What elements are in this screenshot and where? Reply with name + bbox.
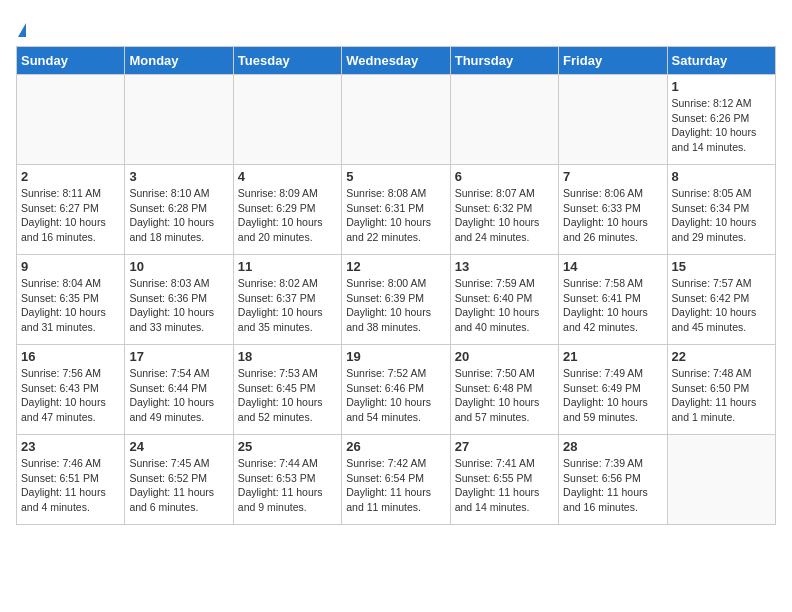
calendar-cell: 11Sunrise: 8:02 AM Sunset: 6:37 PM Dayli… [233,255,341,345]
calendar-cell [342,75,450,165]
day-number: 5 [346,169,445,184]
week-row-0: 1Sunrise: 8:12 AM Sunset: 6:26 PM Daylig… [17,75,776,165]
calendar-cell: 18Sunrise: 7:53 AM Sunset: 6:45 PM Dayli… [233,345,341,435]
calendar-cell: 8Sunrise: 8:05 AM Sunset: 6:34 PM Daylig… [667,165,775,255]
week-row-4: 23Sunrise: 7:46 AM Sunset: 6:51 PM Dayli… [17,435,776,525]
day-info: Sunrise: 7:49 AM Sunset: 6:49 PM Dayligh… [563,366,662,425]
day-info: Sunrise: 7:53 AM Sunset: 6:45 PM Dayligh… [238,366,337,425]
calendar-cell: 9Sunrise: 8:04 AM Sunset: 6:35 PM Daylig… [17,255,125,345]
day-info: Sunrise: 7:52 AM Sunset: 6:46 PM Dayligh… [346,366,445,425]
calendar-cell: 15Sunrise: 7:57 AM Sunset: 6:42 PM Dayli… [667,255,775,345]
week-row-1: 2Sunrise: 8:11 AM Sunset: 6:27 PM Daylig… [17,165,776,255]
day-number: 21 [563,349,662,364]
calendar-cell: 12Sunrise: 8:00 AM Sunset: 6:39 PM Dayli… [342,255,450,345]
logo [16,16,26,38]
calendar-cell: 28Sunrise: 7:39 AM Sunset: 6:56 PM Dayli… [559,435,667,525]
calendar-cell [450,75,558,165]
day-info: Sunrise: 7:39 AM Sunset: 6:56 PM Dayligh… [563,456,662,515]
calendar-cell: 14Sunrise: 7:58 AM Sunset: 6:41 PM Dayli… [559,255,667,345]
calendar-cell: 16Sunrise: 7:56 AM Sunset: 6:43 PM Dayli… [17,345,125,435]
day-number: 11 [238,259,337,274]
day-info: Sunrise: 7:56 AM Sunset: 6:43 PM Dayligh… [21,366,120,425]
day-info: Sunrise: 7:48 AM Sunset: 6:50 PM Dayligh… [672,366,771,425]
logo-triangle-icon [18,23,26,37]
header-sunday: Sunday [17,47,125,75]
day-info: Sunrise: 7:41 AM Sunset: 6:55 PM Dayligh… [455,456,554,515]
calendar-cell [233,75,341,165]
day-info: Sunrise: 7:57 AM Sunset: 6:42 PM Dayligh… [672,276,771,335]
day-info: Sunrise: 8:05 AM Sunset: 6:34 PM Dayligh… [672,186,771,245]
day-number: 17 [129,349,228,364]
day-number: 10 [129,259,228,274]
calendar-cell: 27Sunrise: 7:41 AM Sunset: 6:55 PM Dayli… [450,435,558,525]
day-info: Sunrise: 8:08 AM Sunset: 6:31 PM Dayligh… [346,186,445,245]
week-row-2: 9Sunrise: 8:04 AM Sunset: 6:35 PM Daylig… [17,255,776,345]
header-thursday: Thursday [450,47,558,75]
day-number: 14 [563,259,662,274]
day-info: Sunrise: 8:09 AM Sunset: 6:29 PM Dayligh… [238,186,337,245]
header-tuesday: Tuesday [233,47,341,75]
week-row-3: 16Sunrise: 7:56 AM Sunset: 6:43 PM Dayli… [17,345,776,435]
day-number: 7 [563,169,662,184]
header-wednesday: Wednesday [342,47,450,75]
calendar-cell: 13Sunrise: 7:59 AM Sunset: 6:40 PM Dayli… [450,255,558,345]
day-number: 3 [129,169,228,184]
day-info: Sunrise: 8:02 AM Sunset: 6:37 PM Dayligh… [238,276,337,335]
calendar-cell: 22Sunrise: 7:48 AM Sunset: 6:50 PM Dayli… [667,345,775,435]
page-header [16,16,776,38]
day-number: 27 [455,439,554,454]
day-number: 15 [672,259,771,274]
header-saturday: Saturday [667,47,775,75]
day-info: Sunrise: 8:06 AM Sunset: 6:33 PM Dayligh… [563,186,662,245]
day-number: 12 [346,259,445,274]
day-number: 2 [21,169,120,184]
calendar-table: SundayMondayTuesdayWednesdayThursdayFrid… [16,46,776,525]
calendar-cell: 3Sunrise: 8:10 AM Sunset: 6:28 PM Daylig… [125,165,233,255]
calendar-cell: 2Sunrise: 8:11 AM Sunset: 6:27 PM Daylig… [17,165,125,255]
day-number: 9 [21,259,120,274]
day-info: Sunrise: 7:58 AM Sunset: 6:41 PM Dayligh… [563,276,662,335]
day-number: 19 [346,349,445,364]
day-number: 24 [129,439,228,454]
calendar-cell: 1Sunrise: 8:12 AM Sunset: 6:26 PM Daylig… [667,75,775,165]
day-number: 26 [346,439,445,454]
calendar-cell: 23Sunrise: 7:46 AM Sunset: 6:51 PM Dayli… [17,435,125,525]
day-number: 18 [238,349,337,364]
calendar-cell: 4Sunrise: 8:09 AM Sunset: 6:29 PM Daylig… [233,165,341,255]
calendar-cell: 21Sunrise: 7:49 AM Sunset: 6:49 PM Dayli… [559,345,667,435]
day-info: Sunrise: 8:07 AM Sunset: 6:32 PM Dayligh… [455,186,554,245]
day-info: Sunrise: 8:04 AM Sunset: 6:35 PM Dayligh… [21,276,120,335]
day-info: Sunrise: 7:44 AM Sunset: 6:53 PM Dayligh… [238,456,337,515]
day-info: Sunrise: 7:59 AM Sunset: 6:40 PM Dayligh… [455,276,554,335]
calendar-cell [667,435,775,525]
calendar-cell: 20Sunrise: 7:50 AM Sunset: 6:48 PM Dayli… [450,345,558,435]
calendar-cell: 6Sunrise: 8:07 AM Sunset: 6:32 PM Daylig… [450,165,558,255]
day-number: 4 [238,169,337,184]
day-number: 8 [672,169,771,184]
calendar-cell [125,75,233,165]
calendar-cell: 24Sunrise: 7:45 AM Sunset: 6:52 PM Dayli… [125,435,233,525]
day-number: 1 [672,79,771,94]
day-info: Sunrise: 7:42 AM Sunset: 6:54 PM Dayligh… [346,456,445,515]
header-monday: Monday [125,47,233,75]
calendar-cell: 5Sunrise: 8:08 AM Sunset: 6:31 PM Daylig… [342,165,450,255]
day-info: Sunrise: 7:54 AM Sunset: 6:44 PM Dayligh… [129,366,228,425]
calendar-header-row: SundayMondayTuesdayWednesdayThursdayFrid… [17,47,776,75]
day-number: 6 [455,169,554,184]
day-number: 25 [238,439,337,454]
calendar-cell [17,75,125,165]
day-number: 22 [672,349,771,364]
day-number: 16 [21,349,120,364]
day-info: Sunrise: 8:03 AM Sunset: 6:36 PM Dayligh… [129,276,228,335]
calendar-cell: 26Sunrise: 7:42 AM Sunset: 6:54 PM Dayli… [342,435,450,525]
calendar-cell: 17Sunrise: 7:54 AM Sunset: 6:44 PM Dayli… [125,345,233,435]
day-info: Sunrise: 8:10 AM Sunset: 6:28 PM Dayligh… [129,186,228,245]
day-info: Sunrise: 7:45 AM Sunset: 6:52 PM Dayligh… [129,456,228,515]
day-info: Sunrise: 8:12 AM Sunset: 6:26 PM Dayligh… [672,96,771,155]
day-info: Sunrise: 8:00 AM Sunset: 6:39 PM Dayligh… [346,276,445,335]
day-number: 20 [455,349,554,364]
calendar-cell: 10Sunrise: 8:03 AM Sunset: 6:36 PM Dayli… [125,255,233,345]
calendar-cell [559,75,667,165]
header-friday: Friday [559,47,667,75]
calendar-cell: 19Sunrise: 7:52 AM Sunset: 6:46 PM Dayli… [342,345,450,435]
